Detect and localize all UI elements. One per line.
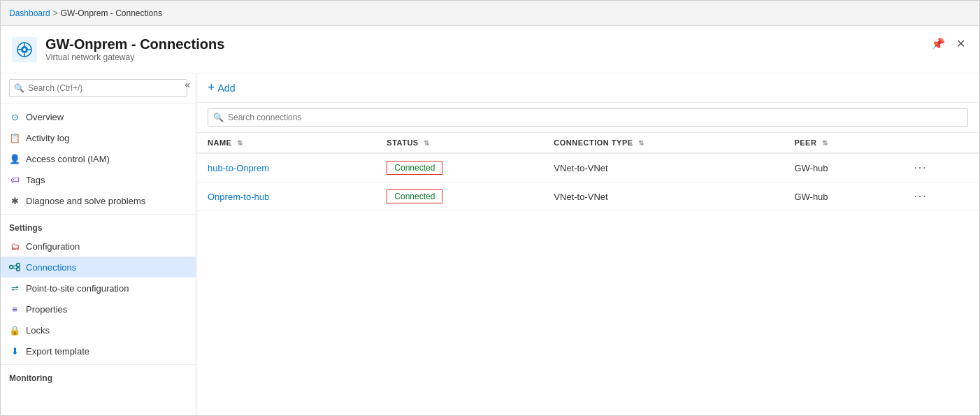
cell-peer-0: GW-hub [783,153,902,182]
sidebar-item-overview[interactable]: ⊙ Overview [1,106,196,127]
svg-point-8 [17,264,20,267]
col-status[interactable]: STATUS ⇅ [375,133,542,153]
sidebar-search-wrap: 🔍 [9,79,187,97]
sidebar-item-diagnose[interactable]: ✱ Diagnose and solve problems [1,190,196,211]
cell-name-0[interactable]: hub-to-Onprem [196,153,375,182]
svg-point-7 [10,266,13,269]
app-container: Dashboard > GW-Onprem - Connections GW-O… [0,0,980,416]
breadcrumb: Dashboard > GW-Onprem - Connections [9,8,162,18]
sidebar-label-configuration: Configuration [26,241,80,252]
sidebar-item-properties[interactable]: ≡ Properties [1,299,196,320]
page-subtitle: Virtual network gateway [45,52,968,62]
cell-name-1[interactable]: Onprem-to-hub [196,182,375,211]
collapse-button[interactable]: « [185,79,190,90]
header-text: GW-Onprem - Connections Virtual network … [45,36,968,62]
sidebar-label-overview: Overview [26,112,64,122]
page-title: GW-Onprem - Connections [45,36,968,52]
sidebar-search-input[interactable] [9,79,187,97]
col-peer[interactable]: PEER ⇅ [783,133,902,153]
page-header: GW-Onprem - Connections Virtual network … [1,26,979,73]
content-toolbar: + Add [196,73,979,103]
cell-more-0: ··· [902,153,979,182]
sidebar-label-connections: Connections [26,262,76,273]
properties-icon: ≡ [9,303,20,315]
content-search-icon: 🔍 [213,113,224,122]
sidebar-search-container: 🔍 [1,73,196,103]
header-actions: 📌 ✕ [928,34,968,53]
locks-icon: 🔒 [9,324,20,336]
diagnose-icon: ✱ [9,195,20,206]
configuration-icon: 🗂 [9,241,20,252]
cell-status-0: Connected [375,153,542,182]
cell-connection-type-1: VNet-to-VNet [542,182,783,211]
settings-section-label: Settings [1,214,196,236]
more-button-1[interactable]: ··· [914,190,927,203]
export-template-icon: ⬇ [9,345,20,357]
content-search-container: 🔍 [196,103,979,133]
top-bar: Dashboard > GW-Onprem - Connections [1,1,979,26]
sidebar-label-properties: Properties [26,304,67,315]
main-area: 🔍 « ⊙ Overview 📋 Activity log 👤 Access c… [1,73,979,415]
tags-icon: 🏷 [9,174,20,185]
add-label: Add [218,83,236,94]
col-name[interactable]: NAME ⇅ [196,133,375,153]
sort-icon-connection-type: ⇅ [638,139,644,147]
p2s-icon: ⇌ [9,282,20,294]
pin-button[interactable]: 📌 [928,34,948,53]
col-actions [902,133,979,153]
connections-search-input[interactable] [208,108,968,127]
access-control-icon: 👤 [9,153,20,164]
table-row: Onprem-to-hub Connected VNet-to-VNet GW-… [196,182,979,211]
status-badge-1: Connected [387,189,442,203]
sort-icon-name: ⇅ [237,139,243,147]
content-area: + Add 🔍 NAME ⇅ [196,73,979,415]
resource-icon [12,37,37,62]
add-button[interactable]: + Add [208,80,235,95]
sidebar-item-point-to-site[interactable]: ⇌ Point-to-site configuration [1,278,196,299]
monitoring-section-label: Monitoring [1,364,196,386]
svg-line-10 [13,266,17,267]
table-header-row: NAME ⇅ STATUS ⇅ CONNECTION TYPE ⇅ [196,133,979,153]
sidebar-label-locks: Locks [26,325,50,336]
sidebar-label-export-template: Export template [26,346,89,357]
sidebar-item-configuration[interactable]: 🗂 Configuration [1,236,196,257]
sort-icon-status: ⇅ [424,139,430,147]
connections-icon [9,261,20,273]
activity-log-icon: 📋 [9,132,20,143]
col-connection-type[interactable]: CONNECTION TYPE ⇅ [542,133,783,153]
breadcrumb-separator: > [53,8,58,18]
sidebar-label-point-to-site: Point-to-site configuration [26,283,129,294]
search-icon: 🔍 [14,83,24,93]
table-row: hub-to-Onprem Connected VNet-to-VNet GW-… [196,153,979,182]
cell-peer-1: GW-hub [783,182,902,211]
sidebar-label-tags: Tags [26,175,45,185]
sort-icon-peer: ⇅ [822,139,828,147]
sidebar-label-diagnose: Diagnose and solve problems [26,196,145,206]
more-button-0[interactable]: ··· [914,162,927,174]
connections-table-container: NAME ⇅ STATUS ⇅ CONNECTION TYPE ⇅ [196,133,979,415]
sidebar-item-tags[interactable]: 🏷 Tags [1,169,196,190]
sidebar-item-export-template[interactable]: ⬇ Export template [1,340,196,361]
breadcrumb-dashboard[interactable]: Dashboard [9,8,50,18]
svg-point-9 [17,268,20,271]
connections-table: NAME ⇅ STATUS ⇅ CONNECTION TYPE ⇅ [196,133,979,211]
svg-point-2 [23,48,26,51]
close-button[interactable]: ✕ [953,34,968,53]
sidebar-item-access-control[interactable]: 👤 Access control (IAM) [1,148,196,169]
sidebar-item-locks[interactable]: 🔒 Locks [1,320,196,340]
sidebar: 🔍 « ⊙ Overview 📋 Activity log 👤 Access c… [1,73,196,415]
cell-status-1: Connected [375,182,542,211]
cell-more-1: ··· [902,182,979,211]
svg-line-11 [13,268,17,269]
content-search-wrap: 🔍 [208,108,968,127]
sidebar-item-activity-log[interactable]: 📋 Activity log [1,127,196,148]
overview-icon: ⊙ [9,111,20,122]
sidebar-nav: ⊙ Overview 📋 Activity log 👤 Access contr… [1,103,196,415]
sidebar-label-access-control: Access control (IAM) [26,154,110,164]
breadcrumb-current: GW-Onprem - Connections [61,8,162,18]
sidebar-item-connections[interactable]: Connections [1,257,196,278]
cell-connection-type-0: VNet-to-VNet [542,153,783,182]
sidebar-label-activity-log: Activity log [26,133,69,143]
status-badge-0: Connected [387,161,442,175]
add-icon: + [208,80,215,95]
